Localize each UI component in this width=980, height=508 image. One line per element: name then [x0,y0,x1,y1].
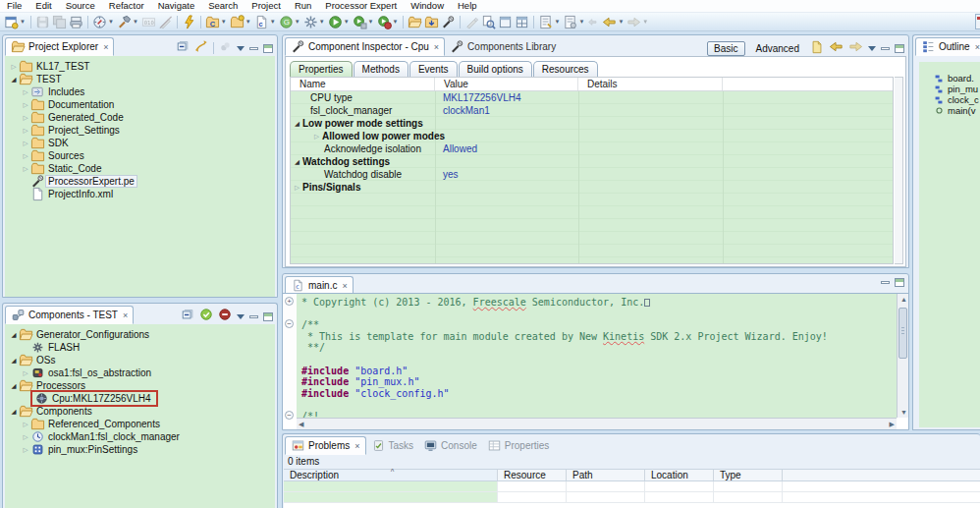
minimize-icon[interactable] [881,281,890,284]
perspective-switcher-sliver[interactable] [975,14,980,29]
tab-project-explorer[interactable]: Project Explorer × [5,37,114,56]
export-page-icon[interactable] [810,40,824,58]
inner-tab-build-options[interactable]: Build options [459,61,532,77]
edit-icon[interactable] [463,14,480,30]
outline-item-board-[interactable]: board. [919,73,980,84]
back-small-icon[interactable] [586,14,601,30]
code-editor-area[interactable]: * Copyright (c) 2013 - 2016, Freescale S… [297,294,897,418]
editor-vertical-scrollbar[interactable]: ▲ ▼ [897,294,908,418]
tree-expand-icon[interactable]: ◢ [9,408,19,416]
menu-project[interactable]: Project [245,0,288,12]
print-icon[interactable] [68,14,84,30]
fold-collapse-icon[interactable]: − [285,319,294,328]
inner-tab-properties[interactable]: Properties [290,61,353,77]
minimize-icon[interactable] [249,47,258,50]
tree-expand-icon[interactable]: ▷ [21,152,30,160]
property-row-pins-signals[interactable]: ▷Pins/Signals [291,181,893,194]
toggle-mark-icon[interactable]: ▼ [537,14,562,30]
tree-expand-icon[interactable]: ▷ [21,140,30,147]
maximize-icon[interactable] [263,44,273,53]
debug-config-icon[interactable]: ▼ [91,14,116,30]
link-with-editor-icon[interactable] [194,39,208,57]
tree-expand-icon[interactable]: ▷ [21,127,30,135]
row-expand-icon[interactable]: ▷ [295,184,302,192]
outline-item-clock-c[interactable]: clock_c [919,94,980,105]
row-expand-icon[interactable]: ◢ [295,120,302,128]
scroll-down-icon[interactable]: ▼ [900,409,907,416]
fold-collapse-icon[interactable]: − [285,411,294,420]
menu-window[interactable]: Window [404,0,451,12]
close-icon[interactable]: × [123,310,128,320]
column-header-description[interactable]: Description˄ [284,470,498,480]
new-cpp-project-icon[interactable]: ▼ [229,14,253,30]
scroll-right-icon[interactable]: ▶ [890,421,895,428]
tree-expand-icon[interactable]: ◢ [9,76,19,84]
close-icon[interactable]: × [434,42,439,52]
view-menu-icon[interactable] [237,314,245,319]
fold-expand-icon[interactable]: + [285,297,294,306]
property-value[interactable]: yes [443,169,459,180]
write-protect-icon[interactable] [157,14,174,30]
focus-icon[interactable] [219,39,232,57]
menu-help[interactable]: Help [451,0,484,12]
scroll-thumb[interactable] [898,308,907,359]
tree-expand-icon[interactable]: ▷ [9,63,19,71]
row-expand-icon[interactable]: ◢ [295,158,302,166]
collapse-all-icon[interactable] [181,308,194,325]
property-row-cpu-type[interactable]: CPU typeMKL17Z256VLH4 [291,91,893,104]
tab-outline[interactable]: Outline × [915,37,980,56]
row-expand-icon[interactable]: ▷ [314,133,322,141]
close-icon[interactable]: × [354,441,359,451]
pin-editor-icon[interactable]: ▼ [562,14,586,30]
outline-item-pin-mu[interactable]: pin_mu [919,84,980,94]
collapse-all-icon[interactable] [176,39,190,57]
tree-expand-icon[interactable]: ▷ [21,421,30,428]
tree-expand-icon[interactable]: ▷ [21,88,30,96]
tab-problems[interactable]: Problems× [285,436,366,455]
binary-icon[interactable]: 010 [140,14,157,30]
processor-expert-icon[interactable]: ▼ [302,14,327,30]
maximize-icon[interactable] [263,312,273,321]
property-row-acknowledge-isolation[interactable]: Acknowledge isolationAllowed [291,142,893,155]
tree-expand-icon[interactable]: ◢ [9,382,19,390]
tree-expand-icon[interactable]: ▷ [21,369,30,377]
search-icon[interactable] [480,14,497,30]
new-c-project-icon[interactable]: C▼ [204,14,229,30]
tree-item-clockman1-fsl-clock-manager[interactable]: ▷clockMan1:fsl_clock_manager [5,430,275,443]
tree-item-pin-mux-pinsettings[interactable]: ▷pin_mux:PinSettings [5,443,275,456]
view-menu-icon[interactable] [237,46,245,51]
debug-icon[interactable]: ▼ [352,14,376,30]
menu-file[interactable]: File [0,0,28,12]
property-value[interactable]: MKL17Z256VLH4 [443,92,521,103]
editor-horizontal-scrollbar[interactable]: ◀ ▶ [297,418,897,429]
tab-components-test[interactable]: Components - TEST × [5,306,134,324]
import-wizard-icon[interactable] [423,14,440,30]
profile-icon[interactable]: ▼ [376,14,401,30]
tree-item-oss[interactable]: ◢OSs [5,354,275,367]
menu-search[interactable]: Search [201,0,245,12]
tree-item-referenced-components[interactable]: ▷Referenced_Components [5,418,275,430]
forward-icon[interactable]: ▼ [626,14,650,30]
maximize-icon[interactable] [895,44,904,53]
save-icon[interactable] [34,14,51,30]
basic-button[interactable]: Basic [707,41,744,56]
save-all-icon[interactable] [51,14,68,30]
property-row-watchdog-settings[interactable]: ◢Watchdog settings [291,155,893,168]
generate-code-icon[interactable] [199,308,213,325]
tab-properties[interactable]: Properties [482,436,555,455]
inner-tab-events[interactable]: Events [409,61,458,77]
property-row-fsl-clock-manager[interactable]: fsl_clock_managerclockMan1 [291,104,893,117]
disable-generation-icon[interactable] [218,308,232,325]
tree-item-generator-configurations[interactable]: ◢Generator_Configurations [5,328,275,341]
scroll-up-icon[interactable]: ▲ [900,296,907,303]
menu-navigate[interactable]: Navigate [151,0,202,12]
column-header-location[interactable]: Location [645,470,714,480]
property-row-low-power-mode-settings[interactable]: ◢Low power mode settings [291,117,893,130]
tree-expand-icon[interactable]: ▷ [21,101,30,109]
column-header-details[interactable]: Details [578,78,723,90]
open-pe-project-icon[interactable] [407,14,423,30]
close-icon[interactable]: × [103,42,108,52]
new-c-file-icon[interactable]: c▼ [253,14,278,30]
maximize-icon[interactable] [895,278,904,287]
show-view-icon[interactable] [514,14,530,30]
